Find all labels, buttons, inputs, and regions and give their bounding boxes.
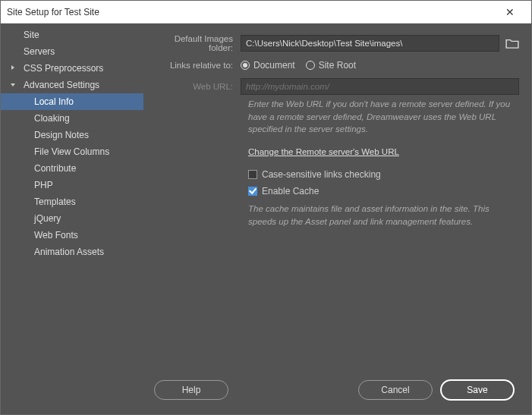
spacer — [150, 238, 519, 376]
titlebar: Site Setup for Test Site ✕ — [1, 1, 531, 24]
sidebar-item-php[interactable]: PHP — [1, 177, 143, 193]
radio-dot-icon — [306, 61, 315, 70]
sidebar-item-web-fonts[interactable]: Web Fonts — [1, 227, 143, 244]
default-images-input[interactable] — [241, 35, 499, 52]
sidebar-item-advanced-settings[interactable]: Advanced Settings — [1, 77, 143, 93]
browse-folder-icon[interactable] — [505, 38, 519, 49]
sidebar-item-contribute[interactable]: Contribute — [1, 160, 143, 177]
sidebar-item-local-info[interactable]: Local Info — [1, 93, 143, 110]
dialog-title: Site Setup for Test Site — [7, 7, 495, 17]
radio-site-root-label: Site Root — [319, 60, 356, 71]
change-remote-url-link[interactable]: Change the Remote server's Web URL — [248, 147, 399, 156]
radio-site-root[interactable]: Site Root — [306, 60, 356, 71]
row-web-url: Web URL: — [150, 78, 519, 95]
row-change-remote-url: Change the Remote server's Web URL — [150, 146, 519, 157]
sidebar-item-site[interactable]: Site — [1, 27, 143, 43]
save-button[interactable]: Save — [440, 379, 515, 401]
sidebar-item-css-preprocessors[interactable]: CSS Preprocessors — [1, 60, 143, 77]
dialog-body: Site Servers CSS Preprocessors Advanced … — [1, 24, 531, 414]
sidebar-item-cloaking[interactable]: Cloaking — [1, 110, 143, 127]
sidebar-item-servers[interactable]: Servers — [1, 43, 143, 60]
help-button[interactable]: Help — [154, 380, 228, 400]
checkbox-case-sensitive[interactable] — [248, 170, 257, 179]
label-web-url: Web URL: — [150, 82, 241, 91]
label-case-sensitive: Case-sensitive links checking — [262, 169, 381, 180]
label-default-images: Default Images folder: — [150, 34, 241, 52]
radio-document-label: Document — [253, 60, 295, 71]
label-enable-cache: Enable Cache — [262, 186, 319, 196]
sidebar: Site Servers CSS Preprocessors Advanced … — [1, 24, 143, 414]
radio-document[interactable]: Document — [241, 60, 295, 71]
sidebar-item-templates[interactable]: Templates — [1, 193, 143, 210]
cache-help-text: The cache maintains file and asset infor… — [150, 203, 519, 228]
dialog-window: Site Setup for Test Site ✕ Site Servers … — [0, 0, 532, 415]
checkbox-enable-cache[interactable] — [248, 187, 257, 196]
close-icon[interactable]: ✕ — [495, 6, 525, 18]
sidebar-item-design-notes[interactable]: Design Notes — [1, 127, 143, 143]
row-enable-cache: Enable Cache — [150, 186, 519, 196]
sidebar-item-jquery[interactable]: jQuery — [1, 210, 143, 227]
row-links-relative: Links relative to: Document Site Root — [150, 60, 519, 71]
radio-dot-icon — [241, 61, 250, 70]
label-links-relative: Links relative to: — [150, 61, 241, 70]
sidebar-item-file-view-columns[interactable]: File View Columns — [1, 143, 143, 160]
web-url-input — [241, 78, 519, 95]
footer: Help Cancel Save — [150, 376, 519, 405]
row-default-images: Default Images folder: — [150, 34, 519, 52]
sidebar-item-animation-assets[interactable]: Animation Assets — [1, 244, 143, 260]
cancel-button[interactable]: Cancel — [358, 380, 433, 400]
main-panel: Default Images folder: Links relative to… — [143, 24, 531, 414]
web-url-help-text: Enter the Web URL if you don't have a re… — [150, 98, 519, 136]
links-relative-radios: Document Site Root — [241, 60, 356, 71]
row-case-sensitive: Case-sensitive links checking — [150, 169, 519, 180]
